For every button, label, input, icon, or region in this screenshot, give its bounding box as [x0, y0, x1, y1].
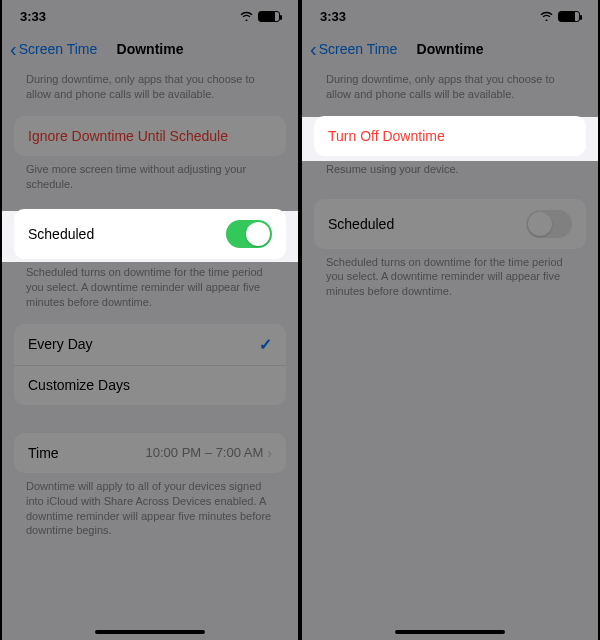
turnoff-footer: Resume using your device.	[302, 156, 598, 181]
status-time: 3:33	[20, 9, 46, 24]
intro-text: During downtime, only apps that you choo…	[2, 66, 298, 106]
customize-label: Customize Days	[28, 377, 130, 393]
back-button[interactable]: ‹ Screen Time	[10, 39, 97, 59]
scheduled-group: Scheduled	[14, 209, 286, 259]
home-indicator[interactable]	[95, 630, 205, 634]
status-bar: 3:33	[302, 0, 598, 32]
intro-text: During downtime, only apps that you choo…	[302, 66, 598, 106]
back-button[interactable]: ‹ Screen Time	[310, 39, 397, 59]
chevron-left-icon: ‹	[10, 39, 17, 59]
scheduled-toggle[interactable]	[226, 220, 272, 248]
time-group: Time 10:00 PM – 7:00 AM ›	[14, 433, 286, 473]
wifi-icon	[539, 9, 554, 24]
phone-right: 3:33 ‹ Screen Time Downtime During downt…	[300, 0, 600, 640]
scheduled-row: Scheduled	[314, 199, 586, 249]
scheduled-row: Scheduled	[14, 209, 286, 259]
scheduled-toggle[interactable]	[526, 210, 572, 238]
phone-left: 3:33 ‹ Screen Time Downtime During downt…	[0, 0, 300, 640]
home-indicator[interactable]	[395, 630, 505, 634]
status-time: 3:33	[320, 9, 346, 24]
scheduled-label: Scheduled	[328, 216, 394, 232]
time-row[interactable]: Time 10:00 PM – 7:00 AM ›	[14, 433, 286, 473]
time-label: Time	[28, 445, 59, 461]
ignore-downtime-button[interactable]: Ignore Downtime Until Schedule	[14, 116, 286, 156]
nav-bar: ‹ Screen Time Downtime	[302, 32, 598, 66]
scheduled-group: Scheduled	[314, 199, 586, 249]
scheduled-footer: Scheduled turns on downtime for the time…	[302, 249, 598, 304]
ignore-label: Ignore Downtime Until Schedule	[28, 128, 228, 144]
battery-icon	[558, 11, 580, 22]
battery-icon	[258, 11, 280, 22]
scheduled-footer: Scheduled turns on downtime for the time…	[2, 259, 298, 314]
back-label: Screen Time	[19, 41, 98, 57]
every-day-label: Every Day	[28, 336, 93, 352]
days-group: Every Day ✓ Customize Days	[14, 324, 286, 405]
chevron-right-icon: ›	[267, 445, 272, 461]
ignore-group: Ignore Downtime Until Schedule	[14, 116, 286, 156]
turn-off-downtime-button[interactable]: Turn Off Downtime	[314, 116, 586, 156]
turnoff-group: Turn Off Downtime	[314, 116, 586, 156]
ignore-footer: Give more screen time without adjusting …	[2, 156, 298, 196]
customize-days-row[interactable]: Customize Days	[14, 365, 286, 405]
wifi-icon	[239, 9, 254, 24]
chevron-left-icon: ‹	[310, 39, 317, 59]
turnoff-label: Turn Off Downtime	[328, 128, 445, 144]
status-bar: 3:33	[2, 0, 298, 32]
time-footer: Downtime will apply to all of your devic…	[2, 473, 298, 542]
check-icon: ✓	[259, 335, 272, 354]
time-value: 10:00 PM – 7:00 AM	[146, 445, 264, 460]
nav-bar: ‹ Screen Time Downtime	[2, 32, 298, 66]
every-day-row[interactable]: Every Day ✓	[14, 324, 286, 365]
back-label: Screen Time	[319, 41, 398, 57]
scheduled-label: Scheduled	[28, 226, 94, 242]
